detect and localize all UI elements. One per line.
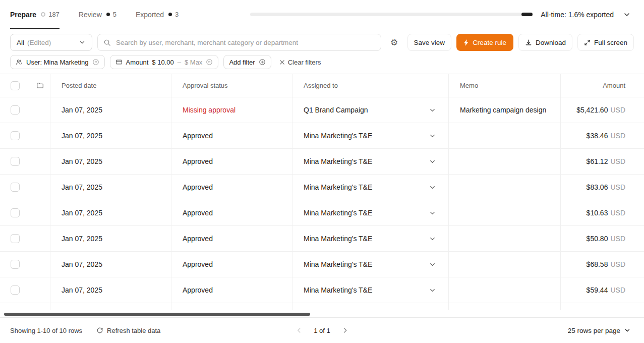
posted-date-cell: Jan 07, 2025 — [50, 226, 171, 251]
next-page-button[interactable] — [338, 323, 353, 337]
row-checkbox[interactable] — [11, 105, 20, 115]
table-row: Jan 07, 2025 Approved Mina Marketing's T… — [0, 277, 644, 303]
remove-user-filter-icon[interactable] — [92, 59, 99, 66]
dot-icon — [106, 13, 110, 16]
view-filter-suffix: (Edited) — [27, 39, 51, 46]
view-filter-dropdown[interactable]: All (Edited) — [10, 34, 92, 51]
full-screen-button[interactable]: Full screen — [577, 34, 634, 51]
refresh-table-button[interactable]: Refresh table data — [93, 326, 163, 335]
download-button[interactable]: Download — [518, 34, 572, 51]
row-receipt-cell — [30, 226, 50, 251]
memo-cell[interactable] — [449, 123, 561, 148]
row-checkbox-cell — [0, 175, 30, 200]
previous-page-button[interactable] — [291, 323, 306, 337]
row-receipt-cell — [30, 123, 50, 148]
exported-progress-thumb — [521, 13, 533, 16]
amount-max-value[interactable]: $ Max — [185, 59, 202, 66]
table-row: Jan 07, 2025 Approved Mina Marketing's T… — [0, 200, 644, 226]
rows-per-page-label: 25 rows per page — [568, 327, 620, 334]
row-receipt-cell — [30, 200, 50, 225]
posted-date-cell: Jan 07, 2025 — [50, 123, 171, 148]
row-checkbox[interactable] — [11, 285, 20, 295]
memo-cell[interactable] — [449, 200, 561, 225]
row-checkbox[interactable] — [11, 183, 20, 192]
tab-prepare-badge: 187 — [41, 11, 60, 18]
amount-filter-chip[interactable]: Amount $ 10.00 – $ Max — [110, 55, 219, 69]
approval-status-cell: Approved — [171, 200, 292, 225]
assigned-to-dropdown[interactable]: Mina Marketing's T&E — [292, 149, 449, 174]
refresh-icon — [96, 327, 103, 334]
alltime-exported-label: All-time: 1.6% exported — [541, 11, 614, 19]
row-receipt-cell — [30, 175, 50, 200]
row-checkbox[interactable] — [11, 131, 20, 140]
tab-prepare[interactable]: Prepare 187 — [10, 0, 60, 29]
assigned-to-dropdown[interactable]: Q1 Brand Campaign — [292, 97, 449, 123]
approval-status-cell: Approved — [171, 175, 292, 200]
tab-review-label: Review — [79, 11, 102, 19]
select-all-checkbox[interactable] — [11, 81, 20, 90]
memo-cell[interactable] — [449, 277, 561, 303]
save-view-button[interactable]: Save view — [407, 34, 452, 51]
tab-exported[interactable]: Exported 3 — [136, 0, 179, 29]
amount-cell: $68.58 USD — [561, 252, 644, 277]
posted-date-cell: Jan 07, 2025 — [50, 277, 171, 303]
header-receipt-column — [30, 74, 50, 97]
assigned-to-dropdown[interactable]: Mina Marketing's T&E — [292, 226, 449, 251]
card-icon — [115, 59, 123, 66]
row-checkbox[interactable] — [11, 234, 20, 243]
horizontal-scrollbar-thumb[interactable] — [4, 313, 310, 316]
column-header-posted-date: Posted date — [50, 74, 171, 97]
page-indicator: 1 of 1 — [314, 327, 330, 334]
posted-date-cell: Jan 07, 2025 — [50, 149, 171, 174]
assigned-to-dropdown[interactable]: Mina Marketing's T&E — [292, 200, 449, 225]
row-checkbox[interactable] — [11, 208, 20, 217]
amount-cell: $10.63 USD — [561, 200, 644, 225]
dot-icon — [168, 13, 172, 16]
chevron-down-icon — [429, 235, 436, 243]
row-checkbox[interactable] — [11, 157, 20, 166]
x-icon — [279, 60, 285, 65]
posted-date-cell: Jan 07, 2025 — [50, 252, 171, 277]
lightning-bolt-icon — [463, 39, 469, 46]
row-checkbox-cell — [0, 252, 30, 277]
assigned-to-dropdown[interactable]: Mina Marketing's T&E — [292, 277, 449, 303]
tab-exported-label: Exported — [136, 11, 164, 19]
chevron-down-icon — [624, 327, 631, 334]
search-input[interactable] — [115, 38, 375, 47]
assigned-to-dropdown[interactable]: Mina Marketing's T&E — [292, 252, 449, 277]
row-checkbox-cell — [0, 226, 30, 251]
amount-filter-label: Amount — [126, 59, 149, 66]
collapse-panel-button[interactable] — [620, 8, 634, 22]
approval-status-cell: Approved — [171, 226, 292, 251]
users-icon — [16, 59, 23, 66]
chevron-left-icon — [295, 326, 303, 334]
tab-review[interactable]: Review 5 — [79, 0, 116, 29]
amount-min-value[interactable]: $ 10.00 — [152, 59, 173, 66]
memo-cell[interactable] — [449, 175, 561, 200]
amount-cell: $38.46 USD — [561, 123, 644, 148]
amount-cell: $59.44 USD — [561, 277, 644, 303]
memo-cell[interactable]: Marketing campaign design — [449, 97, 561, 123]
create-rule-button[interactable]: Create rule — [456, 34, 513, 51]
memo-cell[interactable] — [449, 252, 561, 277]
add-filter-button[interactable]: Add filter — [223, 55, 271, 69]
add-filter-label: Add filter — [229, 59, 255, 66]
row-receipt-cell — [30, 149, 50, 174]
assigned-to-dropdown[interactable]: Mina Marketing's T&E — [292, 123, 449, 148]
table-settings-button[interactable]: ⚙ — [386, 34, 402, 50]
chevron-down-icon — [79, 39, 86, 46]
folder-icon — [36, 82, 44, 89]
remove-amount-filter-icon[interactable] — [206, 59, 213, 66]
user-filter-chip[interactable]: User: Mina Marketing — [10, 55, 105, 69]
assigned-to-dropdown[interactable]: Mina Marketing's T&E — [292, 175, 449, 200]
clear-filters-button[interactable]: Clear filters — [276, 59, 324, 66]
memo-cell[interactable] — [449, 149, 561, 174]
posted-date-cell: Jan 07, 2025 — [50, 175, 171, 200]
rows-per-page-dropdown[interactable]: 25 rows per page — [565, 326, 634, 335]
column-header-memo: Memo — [449, 74, 561, 97]
memo-cell[interactable] — [449, 226, 561, 251]
download-label: Download — [536, 39, 566, 46]
tab-prepare-count: 187 — [48, 11, 60, 18]
amount-cell: $50.80 USD — [561, 226, 644, 251]
row-checkbox[interactable] — [11, 260, 20, 269]
